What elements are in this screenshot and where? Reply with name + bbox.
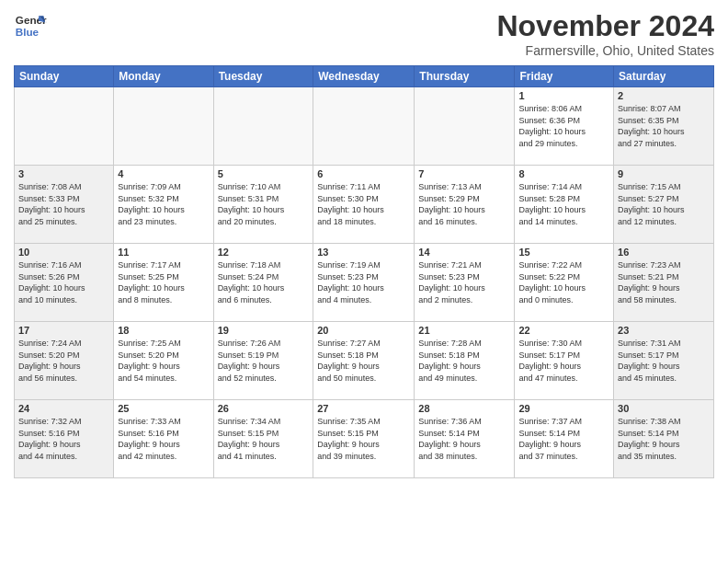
day-number: 1 bbox=[518, 90, 609, 101]
day-number: 16 bbox=[618, 247, 710, 258]
day-info: Sunrise: 7:21 AM Sunset: 5:23 PM Dayligh… bbox=[418, 259, 510, 305]
weekday-header-sunday: Sunday bbox=[15, 66, 114, 87]
day-number: 19 bbox=[218, 325, 310, 336]
day-number: 11 bbox=[118, 247, 209, 258]
calendar-cell: 18Sunrise: 7:25 AM Sunset: 5:20 PM Dayli… bbox=[114, 322, 213, 400]
day-info: Sunrise: 7:11 AM Sunset: 5:30 PM Dayligh… bbox=[317, 181, 410, 227]
weekday-header-saturday: Saturday bbox=[614, 66, 714, 87]
day-number: 12 bbox=[218, 247, 310, 258]
day-info: Sunrise: 7:31 AM Sunset: 5:17 PM Dayligh… bbox=[618, 338, 710, 384]
title-block: November 2024 Farmersville, Ohio, United… bbox=[496, 9, 714, 58]
day-number: 8 bbox=[518, 168, 609, 179]
day-number: 23 bbox=[618, 325, 710, 336]
day-info: Sunrise: 7:13 AM Sunset: 5:29 PM Dayligh… bbox=[418, 181, 510, 227]
day-info: Sunrise: 7:33 AM Sunset: 5:16 PM Dayligh… bbox=[118, 416, 209, 462]
day-number: 27 bbox=[317, 403, 410, 414]
calendar-cell: 21Sunrise: 7:28 AM Sunset: 5:18 PM Dayli… bbox=[415, 322, 515, 400]
day-number: 5 bbox=[218, 168, 310, 179]
calendar-cell: 16Sunrise: 7:23 AM Sunset: 5:21 PM Dayli… bbox=[614, 244, 714, 322]
calendar-cell: 14Sunrise: 7:21 AM Sunset: 5:23 PM Dayli… bbox=[415, 244, 515, 322]
day-info: Sunrise: 7:09 AM Sunset: 5:32 PM Dayligh… bbox=[118, 181, 209, 227]
day-info: Sunrise: 7:27 AM Sunset: 5:18 PM Dayligh… bbox=[317, 338, 410, 384]
day-info: Sunrise: 7:36 AM Sunset: 5:14 PM Dayligh… bbox=[418, 416, 510, 462]
calendar-cell: 22Sunrise: 7:30 AM Sunset: 5:17 PM Dayli… bbox=[515, 322, 614, 400]
calendar-cell: 13Sunrise: 7:19 AM Sunset: 5:23 PM Dayli… bbox=[313, 244, 415, 322]
calendar-cell: 28Sunrise: 7:36 AM Sunset: 5:14 PM Dayli… bbox=[415, 400, 515, 478]
day-info: Sunrise: 7:32 AM Sunset: 5:16 PM Dayligh… bbox=[18, 416, 109, 462]
calendar-cell bbox=[415, 87, 515, 166]
day-number: 9 bbox=[618, 168, 710, 179]
calendar-cell: 1Sunrise: 8:06 AM Sunset: 6:36 PM Daylig… bbox=[515, 87, 614, 166]
calendar-cell: 10Sunrise: 7:16 AM Sunset: 5:26 PM Dayli… bbox=[15, 244, 114, 322]
calendar-cell: 20Sunrise: 7:27 AM Sunset: 5:18 PM Dayli… bbox=[313, 322, 415, 400]
calendar-cell: 24Sunrise: 7:32 AM Sunset: 5:16 PM Dayli… bbox=[15, 400, 114, 478]
calendar-cell: 15Sunrise: 7:22 AM Sunset: 5:22 PM Dayli… bbox=[515, 244, 614, 322]
weekday-header-monday: Monday bbox=[114, 66, 213, 87]
weekday-header-wednesday: Wednesday bbox=[313, 66, 415, 87]
day-number: 29 bbox=[518, 403, 609, 414]
weekday-header-tuesday: Tuesday bbox=[213, 66, 313, 87]
header: General Blue November 2024 Farmersville,… bbox=[14, 9, 714, 58]
calendar-cell: 3Sunrise: 7:08 AM Sunset: 5:33 PM Daylig… bbox=[15, 166, 114, 244]
calendar-cell bbox=[15, 87, 114, 166]
day-number: 20 bbox=[317, 325, 410, 336]
day-info: Sunrise: 7:28 AM Sunset: 5:18 PM Dayligh… bbox=[418, 338, 510, 384]
calendar-cell bbox=[213, 87, 313, 166]
day-number: 25 bbox=[118, 403, 209, 414]
week-row-0: 1Sunrise: 8:06 AM Sunset: 6:36 PM Daylig… bbox=[15, 87, 714, 166]
month-title: November 2024 bbox=[496, 9, 714, 43]
day-info: Sunrise: 7:35 AM Sunset: 5:15 PM Dayligh… bbox=[317, 416, 410, 462]
day-info: Sunrise: 7:38 AM Sunset: 5:14 PM Dayligh… bbox=[618, 416, 710, 462]
day-number: 21 bbox=[418, 325, 510, 336]
calendar-cell: 7Sunrise: 7:13 AM Sunset: 5:29 PM Daylig… bbox=[415, 166, 515, 244]
day-number: 15 bbox=[518, 247, 609, 258]
calendar-cell bbox=[313, 87, 415, 166]
calendar-cell: 27Sunrise: 7:35 AM Sunset: 5:15 PM Dayli… bbox=[313, 400, 415, 478]
day-number: 3 bbox=[18, 168, 109, 179]
day-info: Sunrise: 7:23 AM Sunset: 5:21 PM Dayligh… bbox=[618, 259, 710, 305]
day-number: 24 bbox=[18, 403, 109, 414]
calendar-cell: 25Sunrise: 7:33 AM Sunset: 5:16 PM Dayli… bbox=[114, 400, 213, 478]
logo: General Blue bbox=[14, 9, 47, 42]
calendar-cell bbox=[114, 87, 213, 166]
day-number: 13 bbox=[317, 247, 410, 258]
day-number: 17 bbox=[18, 325, 109, 336]
week-row-3: 17Sunrise: 7:24 AM Sunset: 5:20 PM Dayli… bbox=[15, 322, 714, 400]
day-info: Sunrise: 7:37 AM Sunset: 5:14 PM Dayligh… bbox=[518, 416, 609, 462]
day-number: 6 bbox=[317, 168, 410, 179]
calendar-cell: 4Sunrise: 7:09 AM Sunset: 5:32 PM Daylig… bbox=[114, 166, 213, 244]
day-info: Sunrise: 7:14 AM Sunset: 5:28 PM Dayligh… bbox=[518, 181, 609, 227]
day-info: Sunrise: 8:07 AM Sunset: 6:35 PM Dayligh… bbox=[618, 103, 710, 149]
calendar-cell: 6Sunrise: 7:11 AM Sunset: 5:30 PM Daylig… bbox=[313, 166, 415, 244]
calendar-cell: 17Sunrise: 7:24 AM Sunset: 5:20 PM Dayli… bbox=[15, 322, 114, 400]
calendar-cell: 9Sunrise: 7:15 AM Sunset: 5:27 PM Daylig… bbox=[614, 166, 714, 244]
day-info: Sunrise: 7:15 AM Sunset: 5:27 PM Dayligh… bbox=[618, 181, 710, 227]
calendar-cell: 23Sunrise: 7:31 AM Sunset: 5:17 PM Dayli… bbox=[614, 322, 714, 400]
calendar-cell: 5Sunrise: 7:10 AM Sunset: 5:31 PM Daylig… bbox=[213, 166, 313, 244]
calendar-cell: 8Sunrise: 7:14 AM Sunset: 5:28 PM Daylig… bbox=[515, 166, 614, 244]
day-info: Sunrise: 7:24 AM Sunset: 5:20 PM Dayligh… bbox=[18, 338, 109, 384]
calendar-cell: 11Sunrise: 7:17 AM Sunset: 5:25 PM Dayli… bbox=[114, 244, 213, 322]
calendar-cell: 19Sunrise: 7:26 AM Sunset: 5:19 PM Dayli… bbox=[213, 322, 313, 400]
day-number: 14 bbox=[418, 247, 510, 258]
day-number: 28 bbox=[418, 403, 510, 414]
week-row-4: 24Sunrise: 7:32 AM Sunset: 5:16 PM Dayli… bbox=[15, 400, 714, 478]
day-info: Sunrise: 7:26 AM Sunset: 5:19 PM Dayligh… bbox=[218, 338, 310, 384]
day-number: 26 bbox=[218, 403, 310, 414]
day-number: 7 bbox=[418, 168, 510, 179]
day-info: Sunrise: 7:18 AM Sunset: 5:24 PM Dayligh… bbox=[218, 259, 310, 305]
calendar-cell: 26Sunrise: 7:34 AM Sunset: 5:15 PM Dayli… bbox=[213, 400, 313, 478]
calendar-cell: 29Sunrise: 7:37 AM Sunset: 5:14 PM Dayli… bbox=[515, 400, 614, 478]
calendar-cell: 12Sunrise: 7:18 AM Sunset: 5:24 PM Dayli… bbox=[213, 244, 313, 322]
logo-icon: General Blue bbox=[14, 9, 47, 42]
week-row-2: 10Sunrise: 7:16 AM Sunset: 5:26 PM Dayli… bbox=[15, 244, 714, 322]
day-info: Sunrise: 7:30 AM Sunset: 5:17 PM Dayligh… bbox=[518, 338, 609, 384]
day-number: 18 bbox=[118, 325, 209, 336]
day-info: Sunrise: 7:08 AM Sunset: 5:33 PM Dayligh… bbox=[18, 181, 109, 227]
day-number: 30 bbox=[618, 403, 710, 414]
calendar-cell: 30Sunrise: 7:38 AM Sunset: 5:14 PM Dayli… bbox=[614, 400, 714, 478]
weekday-header-thursday: Thursday bbox=[415, 66, 515, 87]
day-number: 10 bbox=[18, 247, 109, 258]
calendar-table: SundayMondayTuesdayWednesdayThursdayFrid… bbox=[14, 65, 714, 478]
day-info: Sunrise: 7:34 AM Sunset: 5:15 PM Dayligh… bbox=[218, 416, 310, 462]
